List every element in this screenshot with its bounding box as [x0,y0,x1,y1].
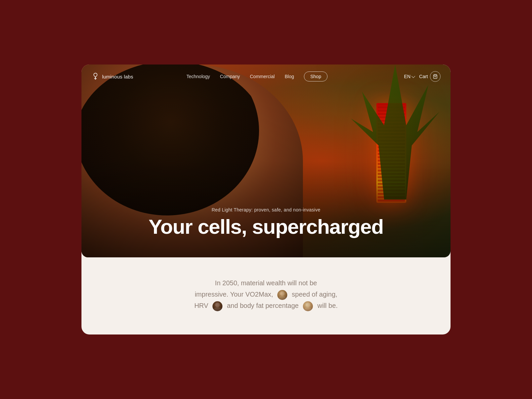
hero-title: Your cells, supercharged [81,216,451,237]
lang-label: EN [404,74,410,79]
person-fitness-icon [303,301,313,311]
nav-company[interactable]: Company [220,74,240,79]
language-selector[interactable]: EN [404,74,414,79]
shop-button[interactable]: Shop [304,71,328,81]
nav-commercial[interactable]: Commercial [250,74,275,79]
cart-button[interactable]: Cart [419,71,441,82]
nav-technology[interactable]: Technology [187,74,210,79]
person-running-icon [277,290,287,300]
below-hero-section: In 2050, material wealth will not be imp… [81,257,451,334]
hero-text: Red Light Therapy: proven, safe, and non… [81,207,451,237]
chevron-down-icon [411,74,415,78]
tagline-text: In 2050, material wealth will not be imp… [194,277,337,311]
nav-links: Technology Company Commercial Blog Shop [187,71,328,81]
cart-icon [430,71,441,82]
cart-label: Cart [419,74,428,79]
logo-icon [91,72,99,80]
nav-blog[interactable]: Blog [285,74,294,79]
logo[interactable]: luminous labs [91,72,133,80]
nav-right: EN Cart [404,71,441,82]
svg-point-0 [95,79,96,80]
tagline-end: will be. [316,302,338,309]
page-container: luminous labs Technology Company Commerc… [81,65,451,334]
person-hrv-icon [212,301,222,311]
logo-text: luminous labs [102,74,133,79]
navbar: luminous labs Technology Company Commerc… [81,65,451,88]
tagline-body-fat: and body fat percentage [225,302,301,309]
hero-subtitle: Red Light Therapy: proven, safe, and non… [81,207,451,212]
hero-section: luminous labs Technology Company Commerc… [81,65,451,257]
